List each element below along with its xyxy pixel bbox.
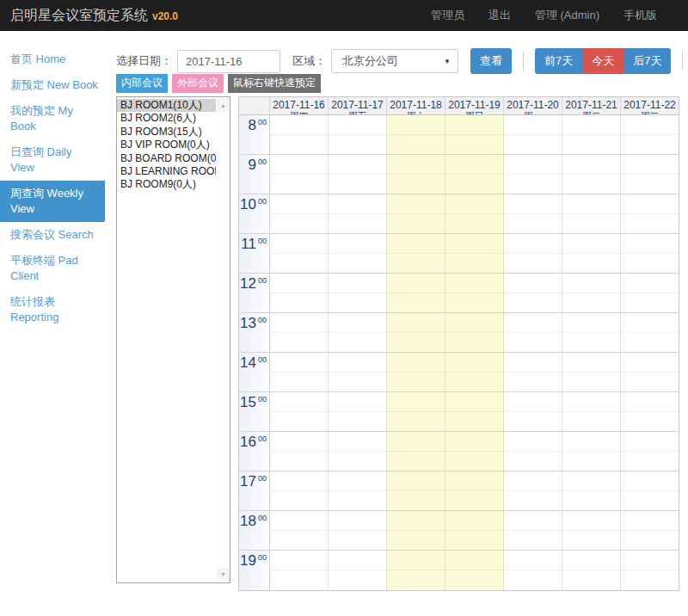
calendar-cell[interactable]	[329, 274, 387, 312]
calendar-cell[interactable]	[270, 353, 329, 391]
sidebar-item[interactable]: 周查询 Weekly View	[0, 181, 105, 222]
calendar-cell[interactable]	[387, 155, 445, 194]
room-list-item[interactable]: BJ LEARNING ROOM(0人)	[117, 165, 216, 178]
calendar-cell[interactable]	[387, 234, 445, 273]
sidebar-item[interactable]: 搜索会议 Search	[0, 222, 105, 248]
sidebar-item[interactable]: 日查询 Daily View	[0, 139, 105, 181]
calendar-cell[interactable]	[562, 471, 621, 510]
calendar-cell[interactable]	[445, 432, 504, 471]
calendar-cell[interactable]	[562, 511, 621, 550]
calendar-cell[interactable]	[621, 155, 679, 194]
calendar-cell[interactable]	[329, 471, 387, 510]
calendar-cell[interactable]	[329, 234, 387, 273]
calendar-cell[interactable]	[270, 115, 329, 154]
date-input[interactable]	[177, 50, 280, 73]
calendar-cell[interactable]	[329, 432, 387, 471]
sidebar-item[interactable]: 我的预定 My Book	[0, 98, 105, 139]
calendar-cell[interactable]	[562, 194, 621, 233]
header-nav-item[interactable]: 退出	[488, 8, 511, 23]
calendar-cell[interactable]	[387, 392, 445, 431]
calendar-cell[interactable]	[504, 313, 562, 352]
calendar-cell[interactable]	[504, 353, 562, 391]
room-list-item[interactable]: BJ ROOM9(0人)	[117, 178, 216, 191]
calendar-cell[interactable]	[445, 234, 504, 273]
room-list-item[interactable]: BJ ROOM1(10人)	[117, 99, 216, 112]
sidebar-item[interactable]: 统计报表 Reporting	[0, 289, 105, 330]
calendar-cell[interactable]	[562, 392, 621, 431]
room-list-item[interactable]: BJ VIP ROOM(0人)	[117, 139, 216, 151]
room-list-scrollbar[interactable]: ▲ ▼	[217, 97, 230, 582]
today-button[interactable]: 今天	[582, 48, 624, 74]
calendar-cell[interactable]	[387, 432, 445, 471]
calendar-cell[interactable]	[387, 551, 445, 590]
calendar-cell[interactable]	[504, 194, 562, 233]
calendar-cell[interactable]	[387, 274, 445, 312]
calendar-cell[interactable]	[270, 471, 329, 510]
calendar-cell[interactable]	[562, 432, 621, 471]
calendar-cell[interactable]	[270, 392, 329, 431]
calendar-cell[interactable]	[445, 115, 504, 154]
calendar-cell[interactable]	[621, 432, 679, 471]
calendar-cell[interactable]	[445, 274, 504, 312]
calendar-cell[interactable]	[621, 274, 679, 312]
calendar-cell[interactable]	[562, 353, 621, 391]
prev-7-days-button[interactable]: 前7天	[535, 48, 582, 74]
calendar-cell[interactable]	[445, 353, 504, 391]
calendar-cell[interactable]	[504, 274, 562, 312]
calendar-cell[interactable]	[445, 155, 504, 194]
sidebar-item[interactable]: 首页 Home	[0, 46, 105, 72]
calendar-cell[interactable]	[270, 511, 329, 550]
calendar-cell[interactable]	[562, 155, 621, 194]
header-nav-item[interactable]: 管理 (Admin)	[535, 8, 599, 23]
scroll-down-icon[interactable]: ▼	[217, 568, 230, 581]
calendar-cell[interactable]	[387, 353, 445, 391]
calendar-cell[interactable]	[270, 155, 329, 194]
calendar-cell[interactable]	[621, 392, 679, 431]
header-nav-item[interactable]: 手机版	[624, 8, 657, 23]
calendar-cell[interactable]	[504, 392, 562, 431]
calendar-cell[interactable]	[329, 313, 387, 352]
calendar-cell[interactable]	[445, 392, 504, 431]
calendar-cell[interactable]	[445, 313, 504, 352]
calendar-cell[interactable]	[504, 511, 562, 550]
calendar-cell[interactable]	[329, 353, 387, 391]
scroll-up-icon[interactable]: ▲	[217, 99, 230, 112]
calendar-cell[interactable]	[621, 511, 679, 550]
calendar-cell[interactable]	[387, 194, 445, 233]
room-list-item[interactable]: BJ BOARD ROOM(0人)	[117, 152, 216, 165]
calendar-cell[interactable]	[445, 471, 504, 510]
calendar-cell[interactable]	[504, 115, 562, 154]
calendar-cell[interactable]	[621, 313, 679, 352]
calendar-cell[interactable]	[270, 551, 329, 590]
room-list-item[interactable]: BJ ROOM3(15人)	[117, 126, 216, 139]
sidebar-item[interactable]: 平板终端 Pad Client	[0, 248, 105, 289]
calendar-cell[interactable]	[329, 551, 387, 590]
next-7-days-button[interactable]: 后7天	[624, 48, 671, 74]
calendar-cell[interactable]	[445, 551, 504, 590]
calendar-cell[interactable]	[329, 155, 387, 194]
calendar-cell[interactable]	[562, 115, 621, 154]
header-nav-item[interactable]: 管理员	[431, 8, 464, 23]
calendar-cell[interactable]	[270, 432, 329, 471]
calendar-cell[interactable]	[387, 313, 445, 352]
calendar-cell[interactable]	[621, 115, 679, 154]
calendar-cell[interactable]	[504, 471, 562, 510]
calendar-cell[interactable]	[562, 234, 621, 273]
calendar-cell[interactable]	[621, 194, 679, 233]
calendar-cell[interactable]	[562, 274, 621, 312]
calendar-cell[interactable]	[621, 551, 679, 590]
calendar-cell[interactable]	[504, 155, 562, 194]
calendar-cell[interactable]	[387, 471, 445, 510]
calendar-cell[interactable]	[329, 511, 387, 550]
calendar-cell[interactable]	[562, 551, 621, 590]
calendar-cell[interactable]	[270, 194, 329, 233]
view-button[interactable]: 查看	[470, 48, 512, 74]
calendar-cell[interactable]	[387, 511, 445, 550]
calendar-cell[interactable]	[270, 313, 329, 352]
calendar-cell[interactable]	[445, 194, 504, 233]
calendar-cell[interactable]	[329, 115, 387, 154]
calendar-cell[interactable]	[504, 234, 562, 273]
calendar-cell[interactable]	[270, 234, 329, 273]
sidebar-item[interactable]: 新预定 New Book	[0, 72, 105, 98]
calendar-cell[interactable]	[621, 353, 679, 391]
